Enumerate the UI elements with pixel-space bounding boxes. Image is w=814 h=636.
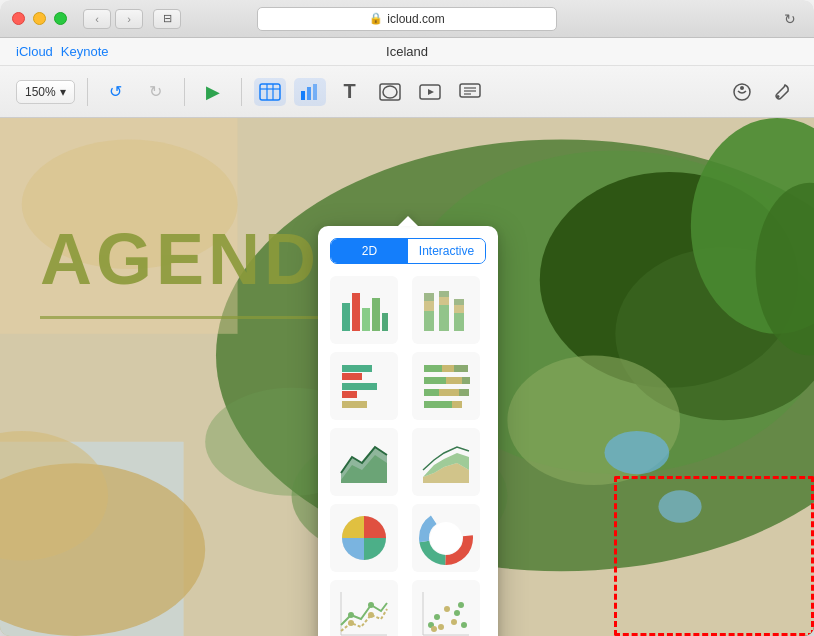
svg-rect-55	[442, 365, 454, 372]
svg-point-76	[348, 612, 354, 618]
chart-option-hbar-stacked[interactable]	[412, 352, 480, 420]
svg-point-89	[431, 626, 437, 632]
chart-button[interactable]	[294, 78, 326, 106]
right-toolbar-icons	[726, 78, 798, 106]
svg-rect-41	[424, 301, 434, 311]
traffic-lights	[12, 12, 67, 25]
svg-rect-6	[313, 84, 317, 100]
address-bar[interactable]: 🔒 icloud.com	[257, 7, 557, 31]
svg-rect-59	[462, 377, 470, 384]
svg-rect-60	[424, 389, 439, 396]
minimize-button[interactable]	[33, 12, 46, 25]
svg-rect-50	[342, 373, 362, 380]
wrench-button[interactable]	[766, 78, 798, 106]
toolbar-separator-1	[87, 78, 88, 106]
svg-rect-51	[342, 383, 377, 390]
svg-rect-35	[342, 303, 350, 331]
svg-rect-39	[382, 313, 388, 331]
svg-rect-36	[352, 293, 360, 331]
selection-box	[614, 476, 814, 636]
zoom-chevron-icon: ▾	[60, 85, 66, 99]
svg-rect-56	[454, 365, 468, 372]
document-title: Iceland	[386, 44, 428, 59]
svg-point-78	[348, 620, 354, 626]
shape-button[interactable]	[374, 78, 406, 106]
svg-point-17	[777, 95, 780, 98]
svg-rect-38	[372, 298, 380, 331]
svg-point-90	[461, 622, 467, 628]
zoom-window-button[interactable]	[54, 12, 67, 25]
svg-point-8	[383, 86, 397, 98]
chart-option-bar-grouped[interactable]	[330, 276, 398, 344]
svg-marker-66	[341, 447, 387, 483]
lock-icon: 🔒	[369, 12, 383, 25]
title-bar: ‹ › ⊟ 🔒 icloud.com ↻	[0, 0, 814, 38]
chart-picker-popup: 2D Interactive	[318, 226, 498, 636]
svg-rect-45	[439, 291, 449, 297]
svg-point-86	[458, 602, 464, 608]
chart-option-line[interactable]	[330, 580, 398, 636]
tab-2d[interactable]: 2D	[331, 239, 408, 263]
chart-option-bar-stacked[interactable]	[412, 276, 480, 344]
svg-rect-61	[439, 389, 459, 396]
svg-rect-40	[424, 311, 434, 331]
svg-rect-54	[424, 365, 442, 372]
back-button[interactable]: ‹	[83, 9, 111, 29]
svg-rect-5	[307, 87, 311, 100]
svg-rect-47	[454, 305, 464, 313]
svg-point-73	[430, 522, 462, 554]
forward-button[interactable]: ›	[115, 9, 143, 29]
redo-button[interactable]: ↻	[140, 78, 172, 106]
chart-option-area[interactable]	[330, 428, 398, 496]
svg-point-84	[444, 606, 450, 612]
svg-rect-53	[342, 401, 367, 408]
icloud-label: iCloud	[16, 44, 53, 59]
svg-rect-52	[342, 391, 357, 398]
svg-rect-43	[439, 305, 449, 331]
comment-button[interactable]	[454, 78, 486, 106]
svg-point-77	[368, 602, 374, 608]
zoom-control[interactable]: 150% ▾	[16, 80, 75, 104]
svg-rect-58	[446, 377, 462, 384]
svg-rect-37	[362, 308, 370, 331]
media-button[interactable]	[414, 78, 446, 106]
svg-point-88	[454, 610, 460, 616]
toolbar-separator-3	[241, 78, 242, 106]
table-button[interactable]	[254, 78, 286, 106]
svg-point-83	[434, 614, 440, 620]
chart-option-area-stacked[interactable]	[412, 428, 480, 496]
toolbar-separator-2	[184, 78, 185, 106]
text-button[interactable]: T	[334, 78, 366, 106]
svg-rect-57	[424, 377, 446, 384]
svg-rect-4	[301, 91, 305, 100]
chart-option-pie[interactable]	[330, 504, 398, 572]
chart-option-scatter[interactable]	[412, 580, 480, 636]
accessibility-button[interactable]	[726, 78, 758, 106]
svg-rect-64	[452, 401, 462, 408]
svg-rect-46	[454, 313, 464, 331]
svg-rect-44	[439, 297, 449, 305]
svg-rect-63	[424, 401, 452, 408]
svg-rect-42	[424, 293, 434, 301]
svg-marker-10	[428, 89, 434, 95]
app-window: ‹ › ⊟ 🔒 icloud.com ↻ iCloud Keynote Icel…	[0, 0, 814, 636]
reload-button[interactable]: ↻	[778, 7, 802, 31]
play-button[interactable]: ▶	[197, 78, 229, 106]
zoom-value: 150%	[25, 85, 56, 99]
chart-option-donut[interactable]	[412, 504, 480, 572]
undo-button[interactable]: ↺	[100, 78, 132, 106]
svg-point-79	[368, 612, 374, 618]
main-toolbar: 150% ▾ ↺ ↻ ▶ T	[0, 66, 814, 118]
close-button[interactable]	[12, 12, 25, 25]
svg-point-24	[604, 431, 669, 474]
sidebar-toggle-button[interactable]: ⊟	[153, 9, 181, 29]
svg-rect-48	[454, 299, 464, 305]
svg-point-16	[740, 86, 744, 90]
chart-option-hbar-grouped[interactable]	[330, 352, 398, 420]
app-header: iCloud Keynote Iceland	[0, 38, 814, 66]
svg-rect-0	[260, 84, 280, 100]
chart-options-grid	[330, 276, 486, 636]
tab-interactive[interactable]: Interactive	[408, 239, 485, 263]
svg-point-87	[438, 624, 444, 630]
url-text: icloud.com	[387, 12, 444, 26]
